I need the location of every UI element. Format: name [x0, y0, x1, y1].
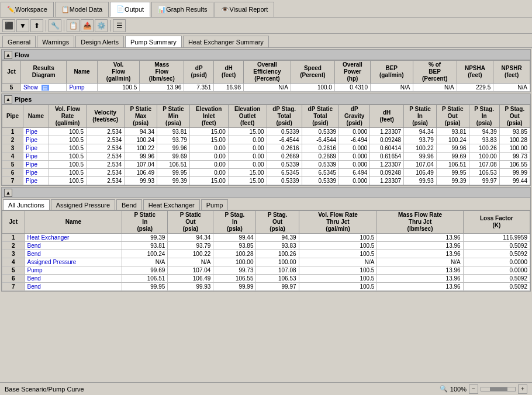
zoom-out-btn[interactable]: −: [469, 384, 478, 394]
pipe-name[interactable]: Pipe: [23, 177, 49, 185]
pipe-ps-out: 99.69: [436, 153, 469, 161]
zoom-slider-thumb[interactable]: [490, 387, 507, 391]
toolbar-btn-6[interactable]: 📤: [81, 19, 94, 32]
pipe-ps-out: 93.81: [436, 128, 469, 136]
pipe-name[interactable]: Pipe: [23, 144, 49, 153]
jct-mass-flow: 13.96: [377, 275, 463, 283]
pipe-el-out: 15.00: [228, 128, 267, 136]
toolbar-btn-3[interactable]: ⬆: [30, 19, 43, 32]
pipe-vel: 2.534: [87, 161, 125, 169]
pump-col-dh: dH(feet): [214, 61, 244, 84]
jct-tab-heat-exchanger[interactable]: Heat Exchanger: [143, 199, 200, 210]
jct-loss-k: 0.5092: [463, 283, 530, 291]
pipe-col-pstag-out: P Stag.Out(psia): [499, 105, 530, 128]
pump-show-link[interactable]: Show: [23, 84, 38, 91]
pipe-dh: 1.23307: [370, 177, 404, 185]
jct-tab-pump[interactable]: Pump: [201, 199, 229, 210]
toolbar-btn-5[interactable]: 📋: [67, 19, 80, 32]
tab-graph-results[interactable]: 📊 Graph Results: [151, 2, 213, 17]
jct-loss-k: 0.5092: [463, 275, 530, 283]
jct-num: 3: [2, 250, 25, 258]
pipe-pstag-out: 99.73: [499, 153, 530, 161]
jct-tab-all[interactable]: All Junctions: [3, 199, 50, 210]
pipe-dp-grav: -6.494: [339, 136, 370, 144]
jct-col-loss-k: Loss Factor(K): [463, 211, 530, 234]
jct-name[interactable]: Bend: [25, 275, 122, 283]
tab-model-data[interactable]: 📋 Model Data: [55, 2, 109, 17]
pipe-name[interactable]: Pipe: [23, 161, 49, 169]
toolbar-btn-8[interactable]: ☰: [113, 19, 126, 32]
pipe-ps-out: 100.24: [436, 136, 469, 144]
pipe-ps-min: 93.79: [157, 136, 190, 144]
jct-loss-k: 116.9959: [463, 234, 530, 242]
pipe-ps-max: 99.93: [125, 177, 157, 185]
pipe-ps-min: 106.51: [157, 161, 190, 169]
pipe-ps-max: 99.96: [125, 153, 157, 161]
jct-tab-bend[interactable]: Bend: [116, 199, 142, 210]
pipes-section-header[interactable]: ▲ Pipes: [2, 94, 530, 105]
jct-col-ps-in: P StaticIn(psia): [122, 211, 168, 234]
pipe-pstag-in: 99.97: [469, 177, 499, 185]
pipe-name[interactable]: Pipe: [23, 169, 49, 177]
jct-ps-in: 99.69: [122, 266, 168, 275]
jct-col-vol-flow: Vol. Flow RateThru Jct(gal/min): [299, 211, 377, 234]
pipe-vel: 2.534: [87, 128, 125, 136]
sub-tab-heat-exchanger-summary[interactable]: Heat Exchanger Summary: [183, 36, 269, 47]
pump-section-header[interactable]: ▲ Flow: [2, 50, 530, 60]
jct-row: 1 Heat Exchanger 99.39 94.34 99.44 94.39…: [2, 234, 530, 242]
pipe-el-in: 0.00: [189, 161, 228, 169]
jct-name[interactable]: Bend: [25, 242, 122, 250]
jct-name[interactable]: Bend: [25, 283, 122, 291]
pump-row-1-bep: N/A: [370, 84, 413, 92]
jct-col-name: Name: [25, 211, 122, 234]
toolbar-btn-7[interactable]: ⚙️: [95, 19, 108, 32]
jct-col-mass-flow: Mass Flow RateThru Jct(lbm/sec): [377, 211, 463, 234]
tab-visual-report[interactable]: 👁️ Visual Report: [215, 2, 274, 17]
zoom-in-btn[interactable]: +: [518, 384, 527, 394]
tab-workspace[interactable]: ✏️ Workspace: [1, 2, 54, 17]
sub-tab-pump-summary[interactable]: Pump Summary: [125, 36, 182, 47]
toolbar-btn-1[interactable]: ⬛: [2, 19, 15, 32]
toolbar-btn-4[interactable]: 🔧: [49, 19, 61, 32]
pipes-section: ▲ Pipes Pipe Name Vol. FlowRate(gal/min)…: [1, 93, 531, 186]
zoom-slider-track[interactable]: [481, 387, 516, 391]
jct-pstag-out: 99.97: [256, 283, 299, 291]
jct-pstag-in: 93.85: [213, 242, 256, 250]
junctions-section: ▲ All Junctions Assigned Pressure Bend H…: [1, 187, 531, 292]
sub-tab-general[interactable]: General: [2, 36, 36, 47]
jct-tab-assigned-pressure[interactable]: Assigned Pressure: [51, 199, 115, 210]
pipe-el-in: 0.00: [189, 169, 228, 177]
jct-name[interactable]: Heat Exchanger: [25, 234, 122, 242]
tab-output[interactable]: 📄 Output: [110, 2, 150, 17]
pump-collapse-btn[interactable]: ▲: [4, 51, 12, 59]
zoom-icon: 🔍: [440, 385, 448, 393]
jct-num: 2: [2, 242, 25, 250]
jct-pstag-out: 107.08: [256, 266, 299, 275]
pipe-name[interactable]: Pipe: [23, 136, 49, 144]
toolbar-btn-2[interactable]: ▼: [16, 19, 29, 32]
pipe-name[interactable]: Pipe: [23, 128, 49, 136]
pump-row-1-pct-bep: N/A: [413, 84, 457, 92]
main-tab-bar: ✏️ Workspace 📋 Model Data 📄 Output 📊 Gra…: [0, 0, 532, 18]
pipe-dp-stat: 0.2669: [302, 153, 339, 161]
jct-name[interactable]: Pump: [25, 266, 122, 275]
junctions-collapse-btn[interactable]: ▲: [4, 189, 12, 197]
sub-tab-design-alerts[interactable]: Design Alerts: [75, 36, 124, 47]
pipe-dh: 1.23307: [370, 161, 404, 169]
jct-ps-out: 100.22: [168, 250, 213, 258]
jct-name[interactable]: Bend: [25, 250, 122, 258]
pipe-pstag-in: 93.83: [469, 136, 499, 144]
pump-row-1-name[interactable]: Pump: [67, 84, 97, 92]
pipes-collapse-btn[interactable]: ▲: [4, 95, 12, 103]
jct-pstag-in: 99.44: [213, 234, 256, 242]
pipe-ps-in: 106.49: [404, 169, 437, 177]
toolbar-separator-1: [46, 20, 46, 32]
pump-col-npshr: NPSHR(feet): [493, 61, 530, 84]
sub-tab-warnings[interactable]: Warnings: [37, 36, 74, 47]
pipe-name[interactable]: Pipe: [23, 153, 49, 161]
jct-name[interactable]: Assigned Pressure: [25, 258, 122, 266]
pipe-dp-stag: 6.5345: [267, 169, 302, 177]
pipe-col-dp-stat: dP StaticTotal(psid): [302, 105, 339, 128]
junctions-section-header[interactable]: ▲: [2, 188, 530, 198]
pipe-ps-max: 107.04: [125, 161, 157, 169]
